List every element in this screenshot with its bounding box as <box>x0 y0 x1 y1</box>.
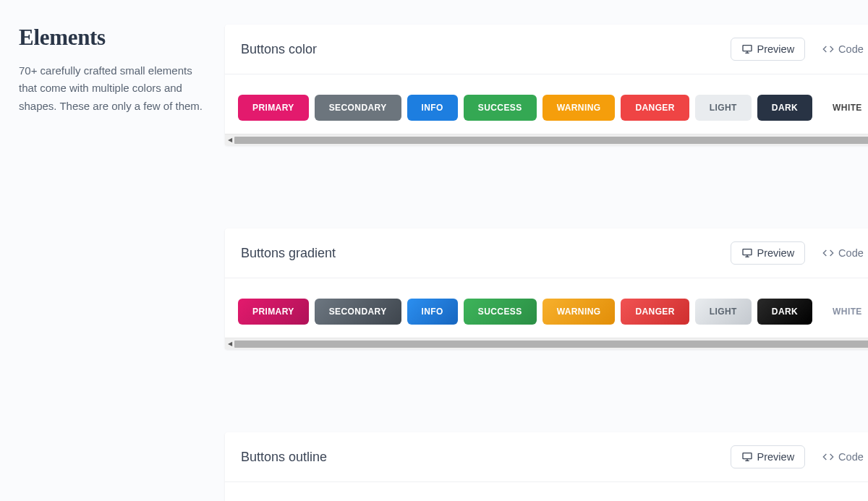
monitor-icon <box>741 247 753 259</box>
code-label: Code <box>838 43 864 55</box>
light-button[interactable]: LIGHT <box>695 95 752 121</box>
scroll-left-arrow[interactable]: ◀ <box>226 341 234 347</box>
monitor-icon <box>741 451 753 463</box>
sidebar: Elements 70+ carefully crafted small ele… <box>19 25 210 501</box>
card-buttons-gradient: Buttons gradient Preview Code <box>225 228 868 349</box>
info-button[interactable]: INFO <box>407 299 458 325</box>
dark-button[interactable]: DARK <box>757 95 812 121</box>
scroll-track[interactable] <box>234 341 868 348</box>
svg-rect-3 <box>743 249 752 255</box>
button-row: PRIMARY SECONDARY INFO SUCCESS WARNING D… <box>238 95 868 131</box>
code-toggle[interactable]: Code <box>812 38 868 61</box>
page-description: 70+ carefully crafted small elements tha… <box>19 62 210 115</box>
card-title: Buttons gradient <box>241 246 336 261</box>
card-buttons-color: Buttons color Preview Code <box>225 25 868 145</box>
code-label: Code <box>838 451 864 463</box>
horizontal-scrollbar[interactable]: ◀ ▶ <box>225 338 868 349</box>
code-icon <box>822 247 834 259</box>
card-title: Buttons color <box>241 42 317 57</box>
horizontal-scrollbar[interactable]: ◀ ▶ <box>225 134 868 145</box>
view-toggles: Preview Code <box>731 38 868 61</box>
dark-button[interactable]: DARK <box>757 299 812 325</box>
card-body: PRIMARY SECONDARY INFO SUCCESS WARNING D… <box>225 74 868 134</box>
preview-label: Preview <box>757 451 795 463</box>
card-title: Buttons outline <box>241 450 327 465</box>
secondary-button[interactable]: SECONDARY <box>315 299 401 325</box>
view-toggles: Preview Code <box>731 445 868 468</box>
card-body: PRIMARY SECONDARY INFO SUCCESS WARNING D… <box>225 278 868 338</box>
preview-label: Preview <box>757 247 795 259</box>
danger-button[interactable]: DANGER <box>621 95 689 121</box>
card-buttons-outline: Buttons outline Preview Code <box>225 432 868 501</box>
svg-rect-0 <box>743 46 752 51</box>
button-row: PRIMARY SECONDARY INFO SUCCESS WARNING D… <box>238 299 868 335</box>
preview-label: Preview <box>757 43 795 55</box>
success-button[interactable]: SUCCESS <box>464 299 537 325</box>
preview-toggle[interactable]: Preview <box>731 445 806 468</box>
code-toggle[interactable]: Code <box>812 445 868 468</box>
primary-button[interactable]: PRIMARY <box>238 299 309 325</box>
preview-toggle[interactable]: Preview <box>731 38 806 61</box>
monitor-icon <box>741 43 753 55</box>
card-header: Buttons color Preview Code <box>225 25 868 74</box>
scroll-track[interactable] <box>234 137 868 144</box>
page-title: Elements <box>19 25 210 51</box>
primary-button[interactable]: PRIMARY <box>238 95 309 121</box>
card-header: Buttons gradient Preview Code <box>225 228 868 278</box>
code-icon <box>822 43 834 55</box>
main-content: Buttons color Preview Code <box>225 25 868 501</box>
svg-rect-6 <box>743 453 752 459</box>
warning-button[interactable]: WARNING <box>542 95 616 121</box>
preview-toggle[interactable]: Preview <box>731 241 806 265</box>
view-toggles: Preview Code <box>731 241 868 265</box>
danger-button[interactable]: DANGER <box>621 299 689 325</box>
secondary-button[interactable]: SECONDARY <box>315 95 401 121</box>
page-root: Elements 70+ carefully crafted small ele… <box>0 0 868 501</box>
white-button[interactable]: WHITE <box>818 299 868 325</box>
scroll-left-arrow[interactable]: ◀ <box>226 137 234 143</box>
success-button[interactable]: SUCCESS <box>464 95 537 121</box>
code-label: Code <box>838 247 864 259</box>
card-header: Buttons outline Preview Code <box>225 432 868 482</box>
warning-button[interactable]: WARNING <box>542 299 616 325</box>
code-icon <box>822 451 834 463</box>
light-button[interactable]: LIGHT <box>695 299 752 325</box>
info-button[interactable]: INFO <box>407 95 458 121</box>
code-toggle[interactable]: Code <box>812 241 868 265</box>
white-button[interactable]: WHITE <box>818 95 868 121</box>
card-body: PRIMARY SECONDARY INFO SUCCESS WARNING D… <box>225 482 868 501</box>
